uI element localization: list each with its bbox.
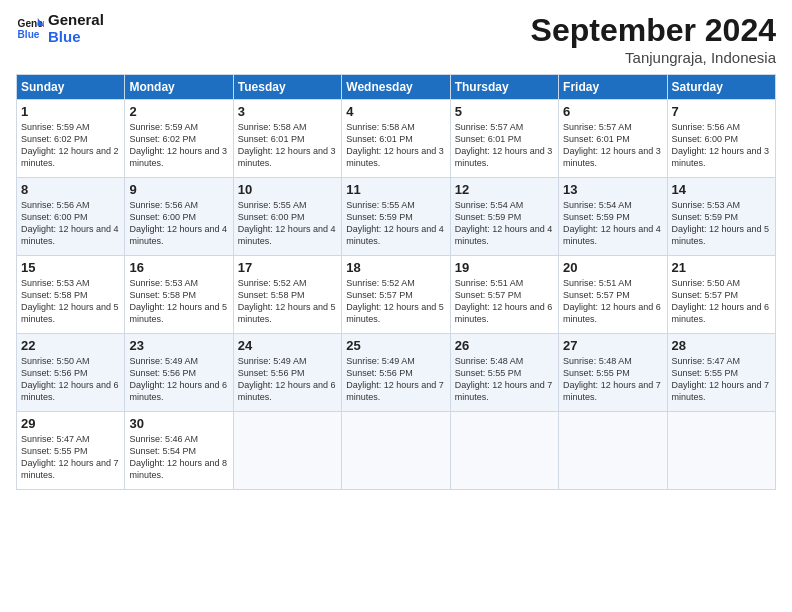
logo-text-line2: Blue (48, 29, 104, 46)
table-row: 10Sunrise: 5:55 AMSunset: 6:00 PMDayligh… (233, 178, 341, 256)
table-row: 1Sunrise: 5:59 AMSunset: 6:02 PMDaylight… (17, 100, 125, 178)
title-block: September 2024 Tanjungraja, Indonesia (531, 12, 776, 66)
table-row: 26Sunrise: 5:48 AMSunset: 5:55 PMDayligh… (450, 334, 558, 412)
location-subtitle: Tanjungraja, Indonesia (531, 49, 776, 66)
logo: General Blue General Blue (16, 12, 104, 45)
table-row: 29Sunrise: 5:47 AMSunset: 5:55 PMDayligh… (17, 412, 125, 490)
table-row: 16Sunrise: 5:53 AMSunset: 5:58 PMDayligh… (125, 256, 233, 334)
table-row (233, 412, 341, 490)
table-row: 14Sunrise: 5:53 AMSunset: 5:59 PMDayligh… (667, 178, 775, 256)
table-row: 6Sunrise: 5:57 AMSunset: 6:01 PMDaylight… (559, 100, 667, 178)
logo-text-line1: General (48, 12, 104, 29)
table-row: 27Sunrise: 5:48 AMSunset: 5:55 PMDayligh… (559, 334, 667, 412)
table-row (667, 412, 775, 490)
table-row: 22Sunrise: 5:50 AMSunset: 5:56 PMDayligh… (17, 334, 125, 412)
table-row: 21Sunrise: 5:50 AMSunset: 5:57 PMDayligh… (667, 256, 775, 334)
page-container: General Blue General Blue September 2024… (0, 0, 792, 498)
table-row: 9Sunrise: 5:56 AMSunset: 6:00 PMDaylight… (125, 178, 233, 256)
table-row: 18Sunrise: 5:52 AMSunset: 5:57 PMDayligh… (342, 256, 450, 334)
month-title: September 2024 (531, 12, 776, 49)
calendar-table: Sunday Monday Tuesday Wednesday Thursday… (16, 74, 776, 490)
table-row: 25Sunrise: 5:49 AMSunset: 5:56 PMDayligh… (342, 334, 450, 412)
table-row: 17Sunrise: 5:52 AMSunset: 5:58 PMDayligh… (233, 256, 341, 334)
table-row: 4Sunrise: 5:58 AMSunset: 6:01 PMDaylight… (342, 100, 450, 178)
calendar-header-row: Sunday Monday Tuesday Wednesday Thursday… (17, 75, 776, 100)
svg-text:Blue: Blue (18, 29, 40, 40)
logo-icon: General Blue (16, 15, 44, 43)
table-row: 2Sunrise: 5:59 AMSunset: 6:02 PMDaylight… (125, 100, 233, 178)
col-saturday: Saturday (667, 75, 775, 100)
table-row: 13Sunrise: 5:54 AMSunset: 5:59 PMDayligh… (559, 178, 667, 256)
col-tuesday: Tuesday (233, 75, 341, 100)
table-row (342, 412, 450, 490)
table-row: 8Sunrise: 5:56 AMSunset: 6:00 PMDaylight… (17, 178, 125, 256)
table-row: 19Sunrise: 5:51 AMSunset: 5:57 PMDayligh… (450, 256, 558, 334)
table-row: 28Sunrise: 5:47 AMSunset: 5:55 PMDayligh… (667, 334, 775, 412)
table-row: 20Sunrise: 5:51 AMSunset: 5:57 PMDayligh… (559, 256, 667, 334)
table-row: 24Sunrise: 5:49 AMSunset: 5:56 PMDayligh… (233, 334, 341, 412)
col-wednesday: Wednesday (342, 75, 450, 100)
table-row: 23Sunrise: 5:49 AMSunset: 5:56 PMDayligh… (125, 334, 233, 412)
table-row: 12Sunrise: 5:54 AMSunset: 5:59 PMDayligh… (450, 178, 558, 256)
table-row: 30Sunrise: 5:46 AMSunset: 5:54 PMDayligh… (125, 412, 233, 490)
table-row: 11Sunrise: 5:55 AMSunset: 5:59 PMDayligh… (342, 178, 450, 256)
table-row: 15Sunrise: 5:53 AMSunset: 5:58 PMDayligh… (17, 256, 125, 334)
table-row: 5Sunrise: 5:57 AMSunset: 6:01 PMDaylight… (450, 100, 558, 178)
table-row (559, 412, 667, 490)
col-monday: Monday (125, 75, 233, 100)
header: General Blue General Blue September 2024… (16, 12, 776, 66)
col-thursday: Thursday (450, 75, 558, 100)
table-row: 3Sunrise: 5:58 AMSunset: 6:01 PMDaylight… (233, 100, 341, 178)
table-row (450, 412, 558, 490)
table-row: 7Sunrise: 5:56 AMSunset: 6:00 PMDaylight… (667, 100, 775, 178)
col-sunday: Sunday (17, 75, 125, 100)
col-friday: Friday (559, 75, 667, 100)
